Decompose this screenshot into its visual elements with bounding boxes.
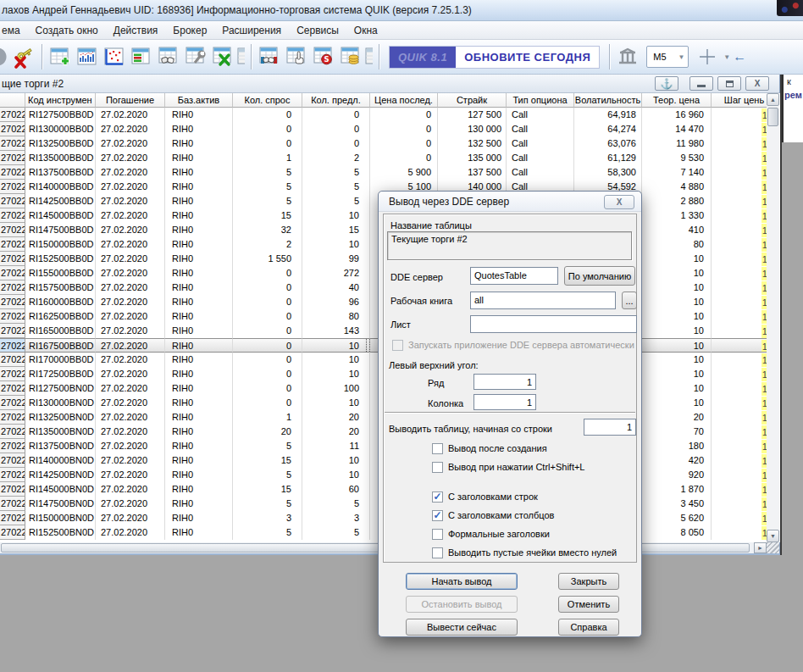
edit-table-icon[interactable] xyxy=(183,44,208,69)
close-button[interactable]: X xyxy=(745,76,769,91)
checkbox[interactable]: ✓ xyxy=(432,510,443,521)
cell: 2702202 xyxy=(0,482,25,497)
cell: 0 xyxy=(233,353,302,367)
dde-server-input[interactable]: QuotesTable xyxy=(470,267,558,285)
menu-system[interactable]: ема xyxy=(0,22,28,39)
table-row[interactable]: 2702202RI132500BB0D27.02.2020RIH0000132 … xyxy=(0,136,780,151)
anchor-button[interactable]: ⚓ xyxy=(655,76,678,91)
dde-export-dialog: Вывод через DDE сервер X Название таблиц… xyxy=(378,191,642,637)
start-row-input[interactable]: 1 xyxy=(584,419,636,436)
vertical-scrollbar[interactable]: ▲ ▼ xyxy=(767,93,779,542)
cell: 2702202 xyxy=(0,194,25,208)
checkbox-row: Выводить пустые ячейки вместо нулей xyxy=(432,547,617,558)
resize-grip[interactable] xyxy=(767,542,779,553)
column-header[interactable]: Кол. предл. xyxy=(302,93,370,108)
checkbox[interactable] xyxy=(432,529,443,540)
money-limits-icon[interactable] xyxy=(338,44,363,69)
scroll-down-button[interactable]: ▼ xyxy=(767,530,779,542)
sheet-input[interactable] xyxy=(470,315,637,333)
quotes-table-icon[interactable] xyxy=(129,44,154,69)
table-window-titlebar[interactable]: щие торги #2 ⚓ X xyxy=(0,75,779,93)
column-header[interactable]: Тип опциона xyxy=(507,93,574,108)
column-header[interactable]: Страйк xyxy=(438,93,507,108)
orders-hand-icon[interactable] xyxy=(284,44,309,69)
workbook-input[interactable]: all xyxy=(470,292,616,309)
cancel-button[interactable]: Отменить xyxy=(558,596,619,613)
column-header[interactable]: Код инструмен xyxy=(25,93,96,108)
cell: 10 xyxy=(642,324,712,338)
cell: 0 xyxy=(370,136,438,151)
cell: RI127500BN0D xyxy=(25,381,96,396)
table-row[interactable]: 2702202RI137500BB0D27.02.2020RIH0555 900… xyxy=(0,165,780,180)
cell: 27.02.2020 xyxy=(96,381,165,396)
close-dialog-button[interactable]: Закрыть xyxy=(558,573,619,590)
column-header[interactable] xyxy=(0,93,25,108)
scroll-right-button[interactable]: ► xyxy=(754,542,767,553)
dialog-close-button[interactable]: X xyxy=(604,195,634,209)
chevron-down-icon[interactable]: ▼ xyxy=(723,53,730,61)
cell: 0 xyxy=(370,151,438,165)
autostart-checkbox[interactable] xyxy=(392,340,403,351)
deals-table-icon[interactable] xyxy=(156,44,181,69)
menu-services[interactable]: Сервисы xyxy=(289,22,346,39)
cell: RI142500BN0D xyxy=(25,468,96,482)
chart-icon[interactable] xyxy=(75,44,100,69)
cell: 2702202 xyxy=(0,381,25,396)
output-now-button[interactable]: Вывести сейчас xyxy=(406,619,518,636)
menu-extensions[interactable]: Расширения xyxy=(214,22,289,39)
scatter-chart-icon[interactable] xyxy=(102,44,127,69)
minimize-button[interactable] xyxy=(689,76,713,91)
cell: RIH0 xyxy=(165,410,233,425)
default-button[interactable]: По умолчанию xyxy=(564,266,635,286)
column-header[interactable]: Погашение xyxy=(96,93,165,108)
quik-update-banner[interactable]: QUIK 8.1 ОБНОВИТЕ СЕГОДНЯ xyxy=(389,46,600,69)
back-arrow-icon[interactable]: ← xyxy=(733,49,745,64)
column-header[interactable]: Цена послед. xyxy=(370,93,438,108)
restore-button[interactable] xyxy=(717,76,741,91)
timeframe-select[interactable]: M5 ▼ xyxy=(646,46,689,68)
trades-table-icon[interactable] xyxy=(257,44,282,69)
checkbox[interactable] xyxy=(432,462,443,473)
cell: 15 xyxy=(233,482,302,497)
checkbox[interactable]: ✓ xyxy=(432,492,443,503)
scroll-up-button[interactable]: ▲ xyxy=(767,93,779,106)
row-input[interactable]: 1 xyxy=(473,374,536,390)
crosshair-icon[interactable] xyxy=(695,44,720,69)
export-excel-icon[interactable] xyxy=(210,44,235,69)
menu-broker[interactable]: Брокер xyxy=(165,22,214,39)
checkbox-row: Вывод после создания xyxy=(432,442,584,454)
menu-create-window[interactable]: Создать окно xyxy=(28,22,106,39)
column-header[interactable]: Теор. цена xyxy=(642,93,712,108)
table-row[interactable]: 2702202RI127500BB0D27.02.2020RIH0000127 … xyxy=(0,108,780,122)
cell: 27.02.2020 xyxy=(96,425,165,439)
column-header[interactable]: Баз.актив xyxy=(165,93,233,108)
checkbox[interactable] xyxy=(432,547,443,558)
cell: 0 xyxy=(370,122,438,136)
column-input[interactable]: 1 xyxy=(473,394,536,410)
cell: 10 xyxy=(642,280,712,295)
help-button[interactable]: Справка xyxy=(558,619,619,636)
cell: 0 xyxy=(302,122,370,136)
start-output-button[interactable]: Начать вывод xyxy=(406,573,518,590)
cell: 135 000 xyxy=(438,151,507,165)
row-label: Ряд xyxy=(428,378,444,388)
dialog-titlebar[interactable]: Вывод через DDE сервер X xyxy=(379,192,641,212)
browse-button[interactable]: ... xyxy=(622,292,637,309)
column-header[interactable]: Кол. спрос xyxy=(233,93,302,108)
disconnect-key-icon[interactable] xyxy=(11,44,36,69)
new-table-icon[interactable] xyxy=(47,44,73,69)
cell: 16 960 xyxy=(642,108,712,122)
checkbox-row: ✓С заголовками строк xyxy=(432,491,617,503)
toolbar-separator xyxy=(378,44,380,69)
column-header[interactable]: Волатильность xyxy=(574,93,642,108)
menu-windows[interactable]: Окна xyxy=(346,22,385,39)
table-row[interactable]: 2702202RI135000BB0D27.02.2020RIH0120135 … xyxy=(0,151,780,165)
cell: RI152500BN0D xyxy=(25,525,96,540)
portfolio-icon[interactable] xyxy=(615,44,640,69)
table-row[interactable]: 2702202RI130000BB0D27.02.2020RIH0000130 … xyxy=(0,122,780,136)
vertical-scrollbar-thumb[interactable] xyxy=(767,108,778,126)
checkbox[interactable] xyxy=(432,443,443,454)
menu-actions[interactable]: Действия xyxy=(106,22,166,39)
stop-orders-icon[interactable]: S xyxy=(311,44,336,69)
table-header-row[interactable]: Код инструменПогашениеБаз.активКол. спро… xyxy=(0,93,780,108)
